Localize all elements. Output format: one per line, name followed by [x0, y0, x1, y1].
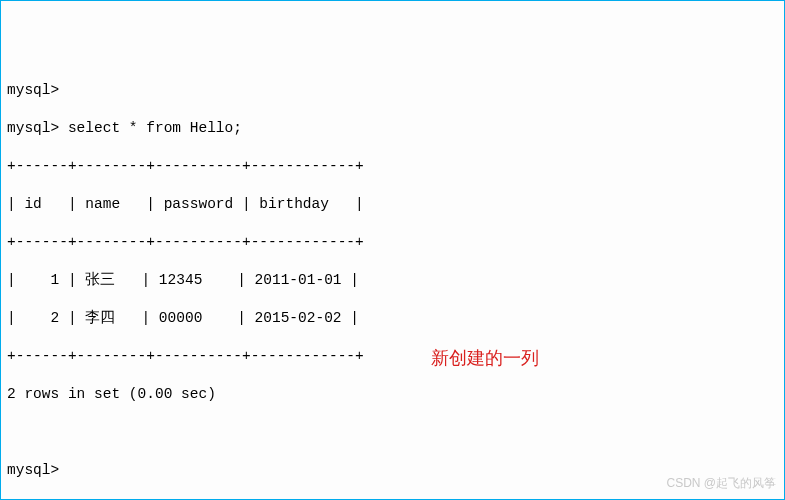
query1-text: select * from Hello;: [68, 120, 242, 136]
t1-sep-mid: +------+--------+----------+------------…: [7, 233, 778, 252]
t1-sep-top: +------+--------+----------+------------…: [7, 157, 778, 176]
query1-line[interactable]: mysql> select * from Hello;: [7, 119, 778, 138]
t1-sep-bot: +------+--------+----------+------------…: [7, 347, 778, 366]
prompt-line: mysql>: [7, 81, 778, 100]
annotation-new-column: 新创建的一列: [431, 349, 539, 368]
t1-row-2: | 2 | 李四 | 00000 | 2015-02-02 |: [7, 309, 778, 328]
prompt-line-2: mysql>: [7, 461, 778, 480]
t1-header: | id | name | password | birthday |: [7, 195, 778, 214]
result1: 2 rows in set (0.00 sec): [7, 385, 778, 404]
blank1: [7, 423, 778, 442]
watermark: CSDN @起飞的风筝: [666, 474, 776, 493]
t1-row-1: | 1 | 张三 | 12345 | 2011-01-01 |: [7, 271, 778, 290]
prompt-text: mysql>: [7, 120, 59, 136]
